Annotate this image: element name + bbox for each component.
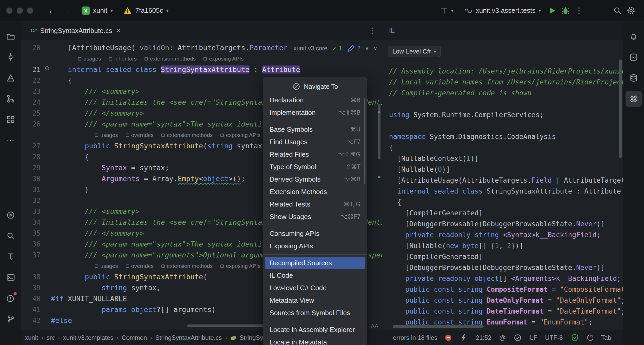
- tool-button-notifications[interactable]: [626, 28, 642, 44]
- error-stripe-mark[interactable]: [378, 111, 380, 113]
- line-number[interactable]: 42: [21, 315, 41, 326]
- inlay-exposing-APIs[interactable]: exposing APIs: [220, 263, 260, 269]
- il-mode-dropdown[interactable]: Low-Level C# ▾: [388, 46, 441, 57]
- zoom-window-button[interactable]: [27, 8, 33, 14]
- tool-button-unit-tests[interactable]: [3, 249, 19, 265]
- breadcrumb-item[interactable]: StringSyntaxAttribute.cs: [155, 334, 222, 341]
- menu-item-extension-methods[interactable]: Extension Methods: [265, 185, 365, 198]
- encoding-widget[interactable]: UTF-8: [545, 334, 563, 341]
- line-number[interactable]: 37: [21, 250, 41, 261]
- line-number[interactable]: 23: [21, 86, 41, 97]
- menu-item-consuming-apis[interactable]: Consuming APIs: [265, 227, 365, 240]
- line-number[interactable]: 41: [21, 304, 41, 315]
- line-number[interactable]: 29: [21, 162, 41, 173]
- breadcrumb-item[interactable]: Common: [122, 334, 147, 341]
- menu-item-metadata-view[interactable]: Metadata View: [265, 294, 365, 307]
- tool-button-version-control[interactable]: [3, 311, 19, 327]
- line-number[interactable]: 31: [21, 184, 41, 195]
- profiler-button[interactable]: [437, 4, 451, 17]
- menu-item-exposing-apis[interactable]: Exposing APIs: [265, 240, 365, 252]
- line-number[interactable]: 33: [21, 206, 41, 217]
- tool-button-run[interactable]: [3, 207, 19, 223]
- menu-item-implementation[interactable]: Implementation⌥⇧⌘B: [265, 106, 365, 119]
- inlay-usages[interactable]: usages: [95, 263, 118, 269]
- inlay-extension-methods[interactable]: extension methods: [144, 56, 196, 62]
- il-vertical-scrollbar[interactable]: [619, 59, 622, 158]
- tab-stringsyntaxattribute[interactable]: C# StringSyntaxAttribute.cs ×: [26, 21, 125, 40]
- menu-item-locate-in-assembly-explorer[interactable]: Locate in Assembly Explorer: [265, 323, 365, 336]
- lightning-icon[interactable]: [459, 333, 468, 342]
- breadcrumb-item[interactable]: src: [47, 334, 55, 341]
- gutter-mark-icon[interactable]: [45, 66, 49, 70]
- security-shield-icon[interactable]: [570, 333, 579, 342]
- error-stripe-mark[interactable]: [378, 176, 380, 178]
- at-sign-widget[interactable]: @: [499, 334, 505, 341]
- menu-item-sources-from-symbol-files[interactable]: Sources from Symbol Files: [265, 307, 365, 319]
- il-horizontal-scrollbar[interactable]: [393, 325, 484, 328]
- line-number[interactable]: 21: [21, 64, 41, 75]
- menu-item-related-tests[interactable]: Related Tests⌘T, G: [265, 198, 365, 210]
- tool-button-database[interactable]: [626, 70, 642, 86]
- inlay-usages[interactable]: usages: [78, 56, 101, 62]
- line-number[interactable]: 35: [21, 228, 41, 239]
- popup-scrollbar[interactable]: [364, 98, 365, 184]
- next-problem-button[interactable]: ∨: [373, 45, 377, 51]
- tool-button-pull-requests[interactable]: [3, 91, 19, 107]
- menu-item-base-symbols[interactable]: Base Symbols⌘U: [265, 123, 365, 136]
- inlay-exposing-APIs[interactable]: exposing APIs: [220, 132, 260, 138]
- tool-button-problems[interactable]: [3, 290, 19, 306]
- inlay-exposing-APIs[interactable]: exposing APIs: [203, 56, 244, 62]
- line-ending-widget[interactable]: LF: [530, 334, 537, 341]
- minimize-window-button[interactable]: [17, 8, 23, 14]
- vcs-branch-widget[interactable]: 7fa1605c ▾: [119, 4, 173, 17]
- previous-problem-button[interactable]: ∧: [365, 45, 369, 51]
- menu-item-il-code[interactable]: IL Code: [265, 269, 365, 282]
- tab-options-button[interactable]: ⋮: [368, 26, 376, 36]
- menu-item-type-of-symbol[interactable]: Type of Symbol⇧⌘T: [265, 161, 365, 173]
- line-number[interactable]: 40: [21, 293, 41, 304]
- run-button[interactable]: [545, 4, 559, 17]
- menu-item-decompiled-sources[interactable]: Decompiled Sources: [265, 257, 365, 269]
- inlay-extension-methods[interactable]: extension methods: [161, 132, 213, 138]
- menu-item-find-usages[interactable]: Find Usages⌥F7: [265, 136, 365, 148]
- menu-item-related-files[interactable]: Related Files⌥⇧⌘G: [265, 148, 365, 161]
- line-number[interactable]: 20: [21, 42, 41, 53]
- debug-button[interactable]: [559, 4, 572, 17]
- code-vision-inlay[interactable]: usagesinheritorsextension methodsexposin…: [21, 53, 382, 64]
- inlay-overrides[interactable]: overrides: [126, 263, 154, 269]
- line-number[interactable]: 28: [21, 151, 41, 162]
- line-number[interactable]: 25: [21, 108, 41, 119]
- line-number[interactable]: 30: [21, 173, 41, 184]
- tool-button-more-tools[interactable]: ⋯: [3, 132, 19, 148]
- alert-circle-icon[interactable]: [587, 335, 593, 341]
- context-selector[interactable]: xunit.v3.core: [293, 45, 327, 52]
- line-number[interactable]: 39: [21, 282, 41, 293]
- caret-position-widget[interactable]: 21:52: [476, 334, 491, 341]
- line-number[interactable]: 26: [21, 119, 41, 130]
- aa-indicator[interactable]: AA: [371, 323, 378, 330]
- breadcrumb-item[interactable]: xunit: [25, 334, 38, 341]
- forward-button[interactable]: →: [59, 6, 74, 15]
- settings-button[interactable]: [624, 4, 638, 17]
- tool-button-project-folder[interactable]: [3, 28, 19, 44]
- close-window-button[interactable]: [6, 8, 12, 14]
- close-tab-icon[interactable]: ×: [116, 26, 121, 35]
- inlay-extension-methods[interactable]: extension methods: [161, 263, 213, 269]
- more-actions-button[interactable]: ⋮: [572, 4, 586, 17]
- inlay-usages[interactable]: usages: [95, 132, 118, 138]
- tool-button-search-everywhere[interactable]: [3, 228, 19, 244]
- breadcrumb-item[interactable]: xunit.v3.templates: [63, 334, 113, 341]
- indent-widget[interactable]: Tab: [601, 334, 611, 341]
- search-everywhere-button[interactable]: [611, 4, 624, 17]
- line-number[interactable]: 38: [21, 271, 41, 282]
- suggestions-indicator[interactable]: 2: [347, 44, 360, 53]
- tool-button-il-viewer[interactable]: [626, 91, 642, 107]
- tool-button-structure[interactable]: [3, 111, 19, 128]
- inlay-inheritors[interactable]: inheritors: [109, 56, 137, 62]
- line-number[interactable]: 34: [21, 217, 41, 228]
- project-widget[interactable]: x xunit ▾: [77, 4, 117, 17]
- tool-button-ai-assistant[interactable]: [626, 49, 642, 65]
- error-summary[interactable]: errors in 18 files: [393, 334, 437, 341]
- menu-item-derived-symbols[interactable]: Derived Symbols⌥⌘B: [265, 173, 365, 185]
- inlay-overrides[interactable]: overrides: [126, 132, 154, 138]
